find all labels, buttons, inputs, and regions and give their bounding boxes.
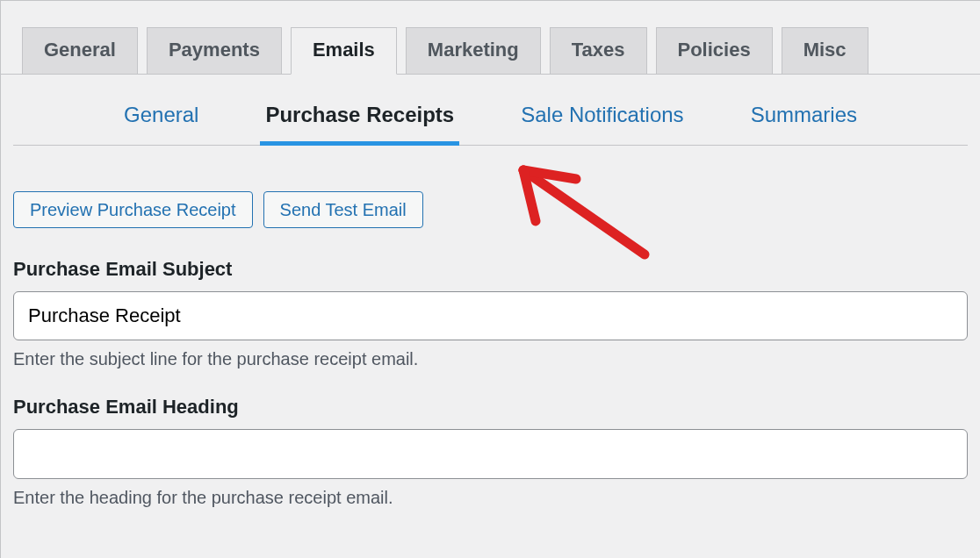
subtab-general[interactable]: General	[119, 96, 204, 145]
tab-emails[interactable]: Emails	[291, 27, 397, 75]
subtab-sale-notifications[interactable]: Sale Notifications	[515, 96, 688, 145]
secondary-tabs: General Purchase Receipts Sale Notificat…	[13, 75, 968, 146]
heading-field-group: Purchase Email Heading Enter the heading…	[13, 396, 968, 507]
subtab-summaries[interactable]: Summaries	[746, 96, 862, 145]
send-test-email-button[interactable]: Send Test Email	[263, 191, 423, 228]
action-buttons: Preview Purchase Receipt Send Test Email	[13, 191, 968, 228]
purchase-email-heading-input[interactable]	[13, 429, 968, 478]
tab-general[interactable]: General	[22, 27, 138, 74]
subject-label: Purchase Email Subject	[13, 258, 968, 281]
tab-payments[interactable]: Payments	[147, 27, 282, 74]
heading-help-text: Enter the heading for the purchase recei…	[13, 488, 968, 508]
tab-policies[interactable]: Policies	[656, 27, 773, 74]
subtab-purchase-receipts[interactable]: Purchase Receipts	[260, 96, 459, 145]
tab-marketing[interactable]: Marketing	[406, 27, 541, 74]
subject-field-group: Purchase Email Subject Enter the subject…	[13, 258, 968, 369]
tab-taxes[interactable]: Taxes	[550, 27, 647, 74]
preview-purchase-receipt-button[interactable]: Preview Purchase Receipt	[13, 191, 253, 228]
purchase-email-subject-input[interactable]	[13, 291, 968, 340]
primary-tabs: General Payments Emails Marketing Taxes …	[1, 1, 980, 75]
subject-help-text: Enter the subject line for the purchase …	[13, 349, 968, 369]
tab-misc[interactable]: Misc	[782, 27, 868, 74]
heading-label: Purchase Email Heading	[13, 396, 968, 418]
